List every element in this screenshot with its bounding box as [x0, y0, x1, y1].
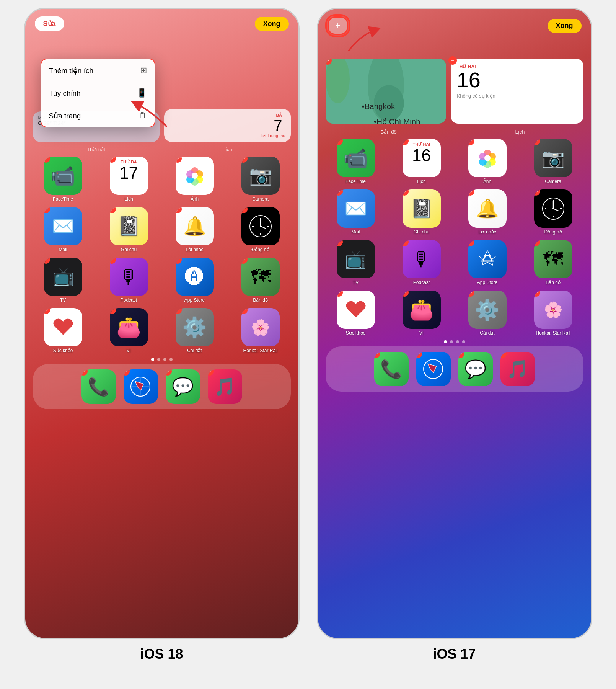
app-facetime[interactable]: − 📹 FaceTime: [33, 157, 93, 202]
remove-badge[interactable]: −: [403, 189, 409, 196]
app-wallet[interactable]: − 👛 Ví: [99, 308, 159, 353]
remove-badge[interactable]: −: [110, 308, 116, 314]
remove-badge[interactable]: −: [241, 308, 248, 314]
remove-badge[interactable]: −: [468, 189, 474, 196]
dock-safari-17[interactable]: −: [416, 352, 451, 386]
app-appstore[interactable]: − 🅐 App Store: [165, 258, 225, 303]
remove-badge[interactable]: −: [110, 207, 116, 213]
remove-badge[interactable]: −: [337, 240, 343, 246]
remove-badge[interactable]: −: [81, 369, 88, 376]
app-honkai[interactable]: − 🌸 Honkai: Star Rail: [230, 308, 291, 353]
app-camera[interactable]: − 📷 Camera: [230, 157, 291, 202]
app-label: Mail: [351, 229, 360, 235]
ios18-xong-button[interactable]: Xong: [255, 17, 289, 31]
remove-badge[interactable]: −: [403, 291, 409, 297]
remove-badge[interactable]: −: [176, 157, 182, 163]
remove-badge[interactable]: −: [176, 308, 182, 314]
remove-badge[interactable]: −: [534, 240, 540, 246]
remove-badge[interactable]: −: [374, 352, 380, 358]
ios17-xong-button[interactable]: Xong: [548, 19, 582, 33]
app-clock-17[interactable]: − Đồng hồ: [523, 189, 583, 235]
remove-badge[interactable]: −: [44, 258, 50, 264]
cal-widget-ios17[interactable]: − THỨ HAI 16 Không có sự kiện: [451, 59, 583, 124]
app-mail-17[interactable]: − ✉️ Mail: [326, 189, 386, 235]
dot-4: [169, 358, 173, 361]
app-tv[interactable]: − 📺 TV: [33, 258, 93, 303]
dock-music-17[interactable]: − 🎵: [500, 352, 535, 386]
tv-icon: 📺: [51, 266, 75, 287]
remove-badge[interactable]: −: [403, 139, 409, 145]
ios17-section: + Xong: [308, 8, 601, 689]
remove-badge[interactable]: −: [337, 139, 343, 145]
app-label: FaceTime: [345, 179, 366, 184]
health-icon-17: [344, 298, 367, 321]
dock-music[interactable]: − 🎵: [208, 369, 242, 404]
app-label: TV: [353, 280, 359, 285]
dot-3: [163, 358, 166, 361]
remove-badge[interactable]: −: [534, 189, 540, 196]
app-mail[interactable]: − ✉️ Mail: [33, 207, 93, 252]
app-honkai-17[interactable]: − 🌸 Honkai: Star Rail: [523, 291, 583, 336]
app-health[interactable]: − Sức khỏe: [33, 308, 93, 353]
dock-safari[interactable]: −: [124, 369, 158, 404]
app-maps-17[interactable]: − 🗺 Bản đồ: [523, 240, 583, 285]
app-calendar[interactable]: − THỨ BA 17 Lịch: [99, 157, 159, 202]
menu-item-them[interactable]: Thêm tiện ích ⊞: [41, 59, 155, 82]
remove-badge[interactable]: −: [208, 369, 214, 376]
map-widget[interactable]: − •Bangkok •Hồ Chí Minh: [326, 59, 446, 124]
remove-badge[interactable]: −: [468, 240, 474, 246]
remove-badge[interactable]: −: [534, 139, 540, 145]
app-reminders[interactable]: − 🔔 Lời nhắc: [165, 207, 225, 252]
sua-button[interactable]: Sửa: [35, 16, 64, 31]
app-facetime-17[interactable]: − 📹 FaceTime: [326, 139, 386, 184]
app-notes-17[interactable]: − 📓 Ghi chú: [391, 189, 452, 235]
remove-badge[interactable]: −: [176, 258, 182, 264]
app-tv-17[interactable]: − 📺 TV: [326, 240, 386, 285]
app-podcast[interactable]: − 🎙 Podcast: [99, 258, 159, 303]
remove-badge[interactable]: −: [241, 157, 248, 163]
remove-badge[interactable]: −: [337, 291, 343, 297]
app-notes[interactable]: − 📓 Ghi chú: [99, 207, 159, 252]
remove-badge[interactable]: −: [458, 352, 464, 358]
app-podcast-17[interactable]: − 🎙 Podcast: [391, 240, 452, 285]
remove-badge[interactable]: −: [166, 369, 172, 376]
remove-badge[interactable]: −: [124, 369, 130, 376]
ios18-calendar-label: Lịch: [223, 147, 232, 152]
remove-badge[interactable]: −: [468, 291, 474, 297]
app-wallet-17[interactable]: − 👛 Ví: [391, 291, 452, 336]
remove-badge[interactable]: −: [176, 207, 182, 213]
app-appstore-17[interactable]: − App Store: [457, 240, 518, 285]
app-settings[interactable]: − ⚙️ Cài đặt: [165, 308, 225, 353]
remove-badge[interactable]: −: [110, 157, 116, 163]
remove-badge[interactable]: −: [448, 56, 457, 65]
remove-badge[interactable]: −: [44, 207, 50, 213]
app-photos-17[interactable]: − Ảnh: [457, 139, 518, 184]
app-photos-label: Ảnh: [191, 196, 199, 202]
app-reminders-17[interactable]: − 🔔 Lời nhắc: [457, 189, 518, 235]
app-maps[interactable]: − 🗺 Bản đồ: [230, 258, 291, 303]
app-calendar-17[interactable]: − THỨ HAI 16 Lịch: [391, 139, 452, 184]
remove-badge[interactable]: −: [44, 308, 50, 314]
remove-badge[interactable]: −: [241, 258, 248, 264]
app-camera-17[interactable]: − 📷 Camera: [523, 139, 583, 184]
remove-badge[interactable]: −: [241, 207, 248, 213]
remove-badge[interactable]: −: [337, 189, 343, 196]
app-clock[interactable]: − Đồng hồ: [230, 207, 291, 252]
dock-phone[interactable]: − 📞: [81, 369, 116, 404]
remove-badge[interactable]: −: [468, 139, 474, 145]
remove-badge[interactable]: −: [500, 352, 507, 358]
remove-badge[interactable]: −: [44, 157, 50, 163]
ios17-cal-label: Lịch: [515, 129, 525, 135]
dock-phone-17[interactable]: − 📞: [374, 352, 409, 386]
dock-messages-17[interactable]: − 💬: [458, 352, 493, 386]
app-settings-17[interactable]: − ⚙️ Cài đặt: [457, 291, 518, 336]
dock-messages[interactable]: − 💬: [166, 369, 200, 404]
remove-badge[interactable]: −: [534, 291, 540, 297]
app-photos[interactable]: − Ảnh: [165, 157, 225, 202]
svg-line-10: [261, 226, 266, 229]
app-health-17[interactable]: − Sức khỏe: [326, 291, 386, 336]
remove-badge[interactable]: −: [416, 352, 422, 358]
remove-badge[interactable]: −: [403, 240, 409, 246]
remove-badge[interactable]: −: [110, 258, 116, 264]
dot-4: [462, 340, 465, 343]
